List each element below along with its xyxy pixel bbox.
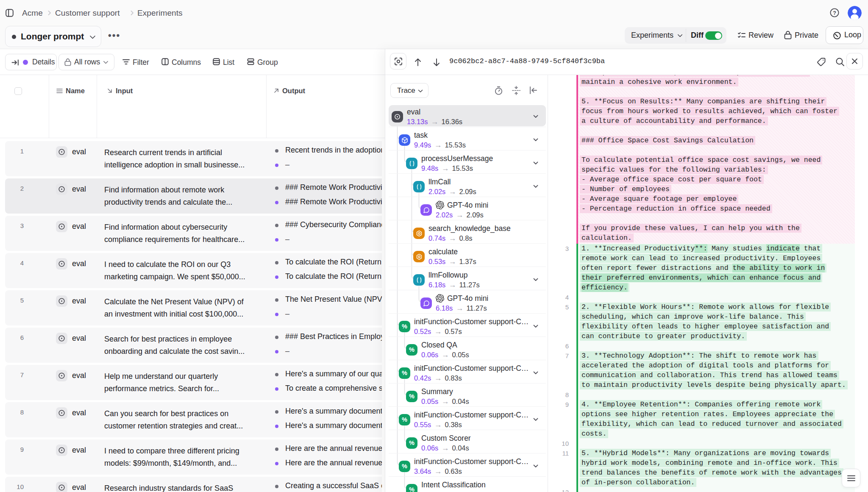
svg-text:%: %: [402, 463, 407, 470]
svg-text:%: %: [402, 417, 407, 423]
svg-text:?: ?: [833, 10, 836, 16]
svg-text:%: %: [402, 370, 407, 376]
svg-text:%: %: [409, 393, 415, 400]
svg-text:%: %: [402, 323, 407, 330]
svg-text:%: %: [409, 486, 415, 492]
svg-text:%: %: [409, 347, 415, 353]
svg-text:%: %: [409, 440, 415, 446]
